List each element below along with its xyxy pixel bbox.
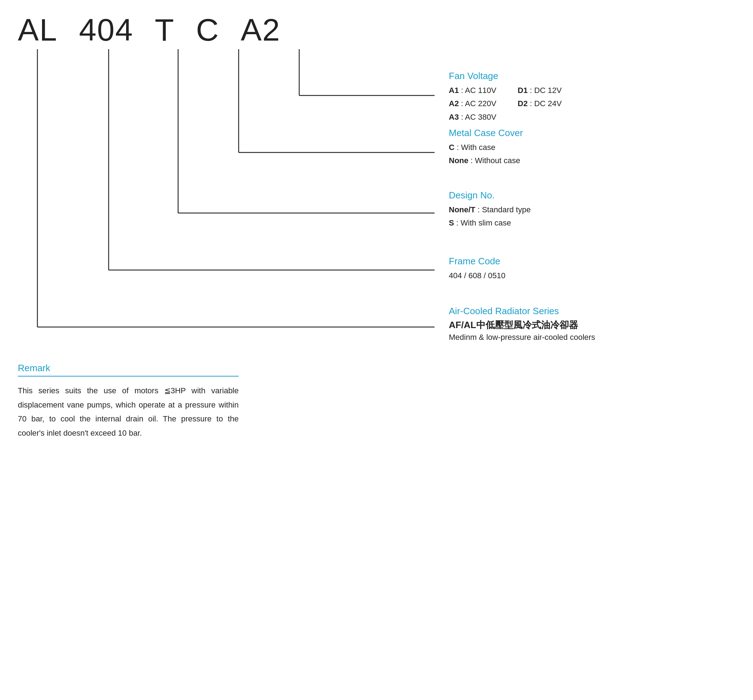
model-part-a2: A2 [241, 14, 281, 45]
metal-case-row2: None : Without case [449, 154, 595, 167]
model-part-c: C [196, 14, 219, 45]
model-code: AL 404 T C A2 [18, 14, 735, 45]
descriptions-panel: Fan Voltage A1 : AC 110V D1 : DC 12V A2 … [449, 49, 595, 342]
fan-voltage-label: Fan Voltage [449, 70, 595, 81]
series-english: Medinm & low-pressure air-cooled coolers [449, 333, 595, 342]
desc-design-no: Design No. None/T : Standard type S : Wi… [449, 183, 595, 242]
fv-key-d1: D1 [517, 86, 528, 95]
design-no-row2: S : With slim case [449, 216, 595, 230]
metal-case-row1: C : With case [449, 141, 595, 154]
remark-section: Remark This series suits the use of moto… [18, 362, 239, 440]
desc-series: Air-Cooled Radiator Series AF/AL中低壓型風冷式油… [449, 302, 595, 342]
frame-code-value: 404 / 608 / 0510 [449, 269, 595, 282]
frame-code-label: Frame Code [449, 256, 595, 267]
series-label: Air-Cooled Radiator Series [449, 306, 595, 317]
series-chinese: AF/AL中低壓型風冷式油冷卻器 [449, 319, 595, 331]
desc-metal-case: Metal Case Cover C : With case None : Wi… [449, 117, 595, 172]
metal-case-label: Metal Case Cover [449, 128, 595, 139]
design-no-row1: None/T : Standard type [449, 203, 595, 216]
fan-voltage-row1: A1 : AC 110V D1 : DC 12V [449, 84, 595, 97]
diagram-section: Fan Voltage A1 : AC 110V D1 : DC 12V A2 … [18, 49, 735, 345]
desc-frame-code: Frame Code 404 / 608 / 0510 [449, 252, 595, 291]
bracket-diagram [18, 49, 438, 345]
model-part-t: T [155, 14, 175, 45]
fv-key-a1: A1 [449, 86, 459, 95]
remark-title: Remark [18, 362, 239, 377]
model-part-al: AL [18, 14, 58, 45]
remark-text: This series suits the use of motors ≦3HP… [18, 384, 239, 440]
bottom-section: Remark This series suits the use of moto… [18, 362, 735, 440]
design-no-label: Design No. [449, 190, 595, 201]
desc-fan-voltage: Fan Voltage A1 : AC 110V D1 : DC 12V A2 … [449, 49, 595, 106]
model-part-404: 404 [79, 14, 134, 45]
